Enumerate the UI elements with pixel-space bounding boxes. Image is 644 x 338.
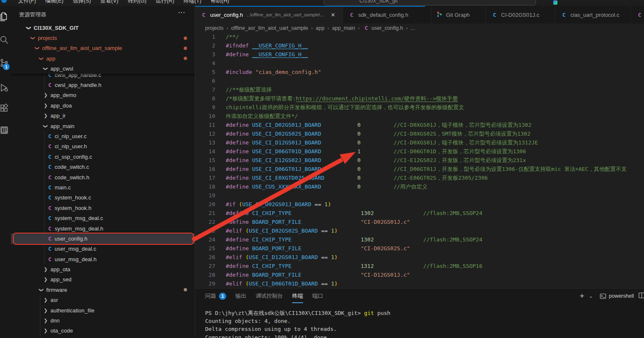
tree-item-ci_nlp_user.h[interactable]: Cci_nlp_user.h bbox=[11, 141, 195, 152]
tree-item-CI130X_SDK_GIT[interactable]: ❯CI130X_SDK_GIT bbox=[11, 23, 195, 33]
tab-user_config.h[interactable]: Cuser_config.h...\offline_asr_llm_aiot_u… bbox=[195, 6, 343, 24]
code-line[interactable]: 14#define USE_CI_D06GT01D_BOARD 1 //CI-D… bbox=[195, 147, 644, 156]
tree-item-app_doa[interactable]: ❯app_doa bbox=[11, 100, 195, 110]
tree-item-authentication_file[interactable]: ❯authentication_file bbox=[11, 305, 195, 315]
code-line[interactable]: 15#define USE_CI_E12GS02J_BOARD 0 //CI-E… bbox=[195, 156, 644, 165]
code-line[interactable]: 24#define CI_CHIP_TYPE 1302 //flash:2MB,… bbox=[195, 235, 644, 244]
menu-item[interactable]: 查看(V) bbox=[95, 0, 123, 5]
tab-partial[interactable]: C bbox=[631, 6, 644, 24]
titlebar-extension-icon[interactable] bbox=[553, 0, 557, 5]
tab-cias_uart_protocol.c[interactable]: Ccias_uart_protocol.c bbox=[555, 6, 631, 24]
tree-item-cwsl_app_handle.h[interactable]: Ccwsl_app_handle.h bbox=[11, 80, 195, 90]
tree-item-code_switch.c[interactable]: Ccode_switch.c bbox=[11, 162, 195, 172]
menu-item[interactable]: 转到(G) bbox=[123, 0, 151, 5]
code-line[interactable]: 13#define USE_CI_D12GS01J_BOARD 0 //CI-D… bbox=[195, 138, 644, 147]
menu-item[interactable]: 文件(F) bbox=[13, 0, 41, 5]
tree-item-app_cwsl[interactable]: ❯app_cwsl bbox=[11, 64, 195, 74]
code-line[interactable]: 18#define USE_CUS_XXXXXXX_BOARD 0 //用户自定… bbox=[195, 182, 644, 191]
breadcrumb-item[interactable]: offline_asr_llm_aiot_uart_sample bbox=[231, 25, 308, 31]
terminal-instance-item[interactable]: powershell bbox=[600, 293, 634, 299]
tab-Git Graph[interactable]: Git Graph bbox=[431, 6, 486, 24]
code-editor[interactable]: 1/**/2#ifndef __USER_CONFIG_H__3#define … bbox=[195, 32, 644, 288]
code-line[interactable]: 11#define USE_CI_D02GS01J_BOARD 0 //CI-D… bbox=[195, 121, 644, 129]
tree-item-ci_ssp_config.c[interactable]: Cci_ssp_config.c bbox=[11, 152, 195, 162]
explorer-icon[interactable] bbox=[0, 12, 9, 22]
code-line[interactable]: 6 bbox=[195, 76, 644, 85]
code-line[interactable]: 9chipintelli提供的部分开发板和模组，可以通过下面的宏选择，也可以参考… bbox=[195, 103, 644, 112]
menu-item[interactable]: 选择(S) bbox=[68, 0, 95, 5]
code-line[interactable]: 27#define CI_CHIP_TYPE 1312 //flash:2MB,… bbox=[195, 262, 644, 270]
code-line[interactable]: 12#define USE_CI_D02GS02S_BOARD 0 //CI-D… bbox=[195, 129, 644, 138]
breadcrumb-item[interactable]: ... bbox=[411, 25, 415, 31]
code-line[interactable]: 4 bbox=[195, 59, 644, 68]
code-line[interactable]: 28#define BOARD_PORT_FILE "CI-D12GS01J.c… bbox=[195, 270, 644, 279]
tree-item-system_hook.h[interactable]: Csystem_hook.h bbox=[11, 203, 195, 213]
extensions-icon[interactable] bbox=[0, 103, 9, 113]
tree-item-app_ota[interactable]: ❯app_ota bbox=[11, 264, 195, 274]
code-line[interactable]: 17#define USE_CI_E0XGTD02S_BOARD 0 //CI-… bbox=[195, 173, 644, 182]
code-line[interactable]: 21#define CI_CHIP_TYPE 1302 //flash:2MB,… bbox=[195, 209, 644, 217]
tree-item-ota_code[interactable]: ❯ota_code bbox=[11, 326, 195, 336]
code-line[interactable]: 19 bbox=[195, 191, 644, 200]
terminal-output[interactable]: PS D:\jhy\zt\离在线sdk公版\CI130X\CI130X_SDK_… bbox=[195, 304, 644, 338]
code-line[interactable]: 29#elif (USE_CI_D06GT01D_BOARD == 1) bbox=[195, 279, 644, 288]
tree-item-code_switch.h[interactable]: Ccode_switch.h bbox=[11, 172, 195, 182]
tree-item-user_config.h[interactable]: Cuser_config.h bbox=[11, 233, 195, 244]
tree-item-system_msg_deal.h[interactable]: Csystem_msg_deal.h bbox=[11, 223, 195, 233]
panel-tab-调试控制台[interactable]: 调试控制台 bbox=[256, 292, 283, 300]
search-icon[interactable] bbox=[0, 35, 9, 45]
custom-extension-icon[interactable] bbox=[0, 125, 9, 135]
tree-item-system_msg_deal.c[interactable]: Csystem_msg_deal.c bbox=[11, 213, 195, 223]
code-line[interactable]: 25#define BOARD_PORT_FILE "CI-D02GS02S.c… bbox=[195, 244, 644, 253]
code-line[interactable]: 23#elif (USE_CI_D02GS02S_BOARD == 1) bbox=[195, 226, 644, 235]
code-line[interactable]: 8/*板级配置更多细节请查看:https://document.chipinte… bbox=[195, 94, 644, 103]
more-actions-icon[interactable]: ⋯ bbox=[178, 8, 185, 17]
tab-CI-D02GS01J.c[interactable]: CCI-D02GS01J.c bbox=[486, 6, 555, 24]
tree-item-offline_asr_llm_aiot_uart_sample[interactable]: ❯offline_asr_llm_aiot_uart_sample bbox=[11, 43, 195, 53]
code-line[interactable]: 2#ifndef __USER_CONFIG_H__ bbox=[195, 41, 644, 50]
new-terminal-button[interactable]: + bbox=[580, 291, 584, 301]
tree-item-user_msg_deal.h[interactable]: Cuser_msg_deal.h bbox=[11, 254, 195, 264]
tree-item-partial[interactable]: ❯ bbox=[11, 336, 195, 338]
tree-item-system_hook.c[interactable]: Csystem_hook.c bbox=[11, 193, 195, 203]
tree-item-app_main[interactable]: ❯app_main bbox=[11, 121, 195, 131]
tree-item-user_msg_deal.c[interactable]: Cuser_msg_deal.c bbox=[11, 244, 195, 254]
menu-item[interactable]: 终端(T) bbox=[179, 0, 206, 5]
code-line[interactable]: 22#define BOARD_PORT_FILE "CI-D02GS01J.c… bbox=[195, 217, 644, 226]
tree-item-firmware[interactable]: ❯firmware bbox=[11, 285, 195, 295]
breadcrumb-item[interactable]: app bbox=[316, 25, 325, 31]
tree-item-app_demo[interactable]: ❯app_demo bbox=[11, 90, 195, 100]
panel-tab-终端[interactable]: 终端 bbox=[292, 292, 303, 300]
code-line[interactable]: 16#define USE_CI_D06GT01J_BOARD 0 //CI_D… bbox=[195, 165, 644, 173]
code-line[interactable]: 7//**板级配置选择 bbox=[195, 85, 644, 94]
breadcrumb-item[interactable]: Cuser_config.h bbox=[363, 25, 403, 31]
code-line[interactable]: 1/**/ bbox=[195, 32, 644, 41]
menu-item[interactable]: 帮助(H) bbox=[206, 0, 234, 5]
code-line[interactable]: 5#include "cias_demo_config.h" bbox=[195, 68, 644, 76]
code-line[interactable]: 3#define __USER_CONFIG_H__ bbox=[195, 50, 644, 59]
panel-tab-问题[interactable]: 问题1 bbox=[205, 292, 226, 300]
close-icon[interactable]: ✕ bbox=[331, 12, 335, 18]
command-center-search[interactable]: CI130X_SDK_git bbox=[324, 0, 536, 5]
split-terminal-icon[interactable] bbox=[639, 292, 644, 300]
code-line[interactable]: 20#if (USE_CI_D02GS01J_BOARD == 1) bbox=[195, 200, 644, 209]
breadcrumb-item[interactable]: projects bbox=[205, 25, 224, 31]
tree-item-dnn[interactable]: ❯dnn bbox=[11, 315, 195, 325]
code-line[interactable]: 10件添加自定义板级配置文件*/ bbox=[195, 112, 644, 121]
menu-item[interactable]: 编辑(E) bbox=[41, 0, 68, 5]
menu-item[interactable]: 运行(R) bbox=[151, 0, 179, 5]
tree-item-app_ir[interactable]: ❯app_ir bbox=[11, 111, 195, 121]
tree-item-main.c[interactable]: Cmain.c bbox=[11, 182, 195, 192]
terminal-dropdown-icon[interactable]: ⌄ bbox=[589, 293, 593, 299]
tree-item-app_sed[interactable]: ❯app_sed bbox=[11, 275, 195, 285]
tree-item-projects[interactable]: ❯projects bbox=[11, 33, 195, 43]
tree-item-app[interactable]: ❯app bbox=[11, 53, 195, 63]
tree-item-ci_nlp_user.c[interactable]: Cci_nlp_user.c bbox=[11, 131, 195, 141]
panel-tab-端口[interactable]: 端口 bbox=[312, 292, 323, 300]
code-line[interactable]: 26#elif (USE_CI_D12GS01J_BOARD == 1) bbox=[195, 253, 644, 262]
breadcrumb-item[interactable]: app_main bbox=[332, 25, 355, 31]
run-debug-icon[interactable] bbox=[0, 83, 9, 93]
source-control-icon[interactable]: 1 bbox=[0, 58, 9, 68]
tree-item-asr[interactable]: ❯asr bbox=[11, 295, 195, 305]
tab-sdk_default_config.h[interactable]: Csdk_default_config.h bbox=[343, 6, 431, 24]
